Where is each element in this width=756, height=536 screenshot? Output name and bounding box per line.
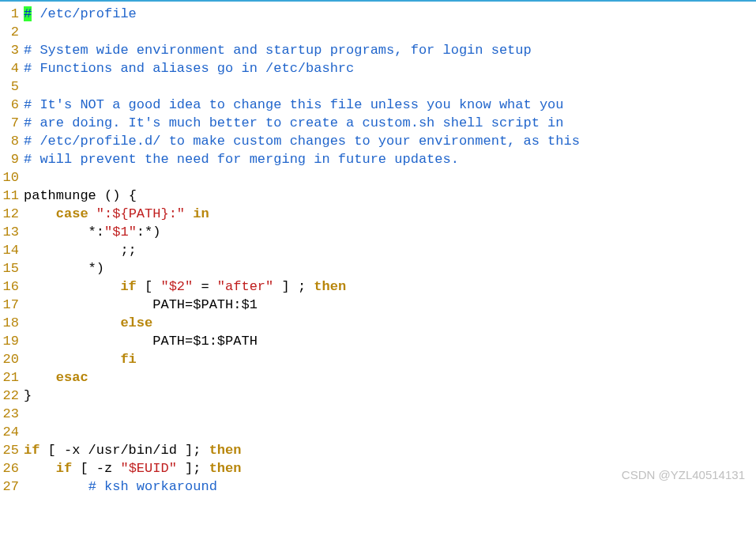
comment: /etc/profile (32, 6, 137, 21)
keyword-else: else (120, 315, 152, 330)
code-line[interactable]: PATH=$1:$PATH (24, 332, 580, 350)
indent (24, 279, 120, 294)
line-number: 9 (0, 150, 19, 168)
line-number: 12 (0, 205, 19, 223)
comment: # /etc/profile.d/ to make custom changes… (24, 134, 580, 149)
code-text: [ -z (72, 461, 120, 476)
code-line[interactable]: *:"$1":*) (24, 223, 580, 241)
line-number: 4 (0, 59, 19, 77)
code-line[interactable] (24, 423, 580, 441)
code-text: :*) (137, 225, 161, 240)
line-number: 14 (0, 241, 19, 259)
string: "$2" (160, 279, 193, 294)
code-line[interactable]: if [ "$2" = "after" ] ; then (24, 277, 580, 296)
line-number: 20 (0, 350, 19, 368)
code-line[interactable]: *) (24, 259, 580, 277)
indent (24, 315, 120, 330)
code-text: ] ; (273, 279, 314, 294)
code-line[interactable]: # will prevent the need for merging in f… (24, 150, 580, 168)
comment: # Functions and aliases go in /etc/bashr… (24, 61, 354, 76)
code-line[interactable]: if [ -z "$EUID" ]; then (24, 459, 580, 477)
line-number: 18 (0, 314, 19, 332)
keyword-then: then (209, 443, 242, 458)
string: "after" (217, 279, 273, 294)
code-line[interactable] (24, 168, 580, 187)
keyword-then: then (209, 461, 242, 476)
line-number: 15 (0, 259, 19, 277)
comment: # System wide environment and startup pr… (24, 43, 532, 58)
comment: # It's NOT a good idea to change this fi… (24, 97, 564, 112)
code-line[interactable]: if [ -x /usr/bin/id ]; then (24, 441, 580, 459)
code-line[interactable]: case ":${PATH}:" in (24, 205, 580, 223)
line-number: 19 (0, 332, 19, 350)
line-number: 2 (0, 23, 19, 41)
line-number: 21 (0, 368, 19, 387)
code-area[interactable]: # /etc/profile # System wide environment… (19, 5, 580, 496)
indent (24, 334, 152, 349)
code-text: =$1:$PATH (185, 334, 258, 349)
keyword-in: in (193, 206, 209, 221)
line-number: 27 (0, 477, 19, 496)
line-number: 7 (0, 114, 19, 132)
line-number: 11 (0, 187, 19, 205)
code-line[interactable]: } (24, 387, 580, 405)
code-text: *) (24, 261, 104, 276)
line-number: 5 (0, 77, 19, 96)
function-name: pathmunge (24, 188, 96, 203)
line-number: 8 (0, 132, 19, 150)
code-text: =$PATH:$1 (185, 297, 258, 312)
keyword-if: if (24, 443, 39, 458)
code-text (185, 206, 193, 221)
variable: PATH (152, 334, 185, 349)
variable: PATH (152, 297, 185, 312)
line-number: 26 (0, 459, 19, 477)
comment: # are doing. It's much better to create … (24, 115, 564, 130)
line-number: 22 (0, 387, 19, 405)
code-line[interactable] (24, 23, 580, 41)
code-text: *: (24, 225, 104, 240)
indent (24, 461, 56, 476)
keyword-case: case (56, 206, 88, 221)
line-number: 17 (0, 296, 19, 314)
keyword-then: then (314, 279, 346, 294)
code-line[interactable]: PATH=$PATH:$1 (24, 296, 580, 314)
line-number: 13 (0, 223, 19, 241)
code-text: = (193, 279, 217, 294)
code-text: [ -x /usr/bin/id ]; (39, 443, 209, 458)
code-line[interactable]: # /etc/profile.d/ to make custom changes… (24, 132, 580, 150)
indent (24, 352, 120, 367)
line-number-gutter: 1 2 3 4 5 6 7 8 9 10 11 12 13 14 15 16 1… (0, 5, 19, 496)
code-text: ]; (177, 461, 209, 476)
code-line[interactable]: pathmunge () { (24, 187, 580, 205)
code-editor[interactable]: 1 2 3 4 5 6 7 8 9 10 11 12 13 14 15 16 1… (0, 2, 756, 496)
code-line[interactable]: # It's NOT a good idea to change this fi… (24, 96, 580, 114)
string: ":${PATH}:" (96, 206, 185, 221)
line-number: 1 (0, 5, 19, 23)
cursor: # (24, 6, 32, 21)
code-text: ;; (24, 243, 137, 258)
keyword-esac: esac (56, 370, 88, 385)
code-text (88, 206, 96, 221)
indent (24, 297, 152, 312)
code-line[interactable]: # ksh workaround (24, 477, 580, 496)
code-line[interactable]: # System wide environment and startup pr… (24, 41, 580, 59)
code-line[interactable]: # Functions and aliases go in /etc/bashr… (24, 59, 580, 77)
code-line[interactable]: # are doing. It's much better to create … (24, 114, 580, 132)
code-text: [ (137, 279, 161, 294)
comment: # will prevent the need for merging in f… (24, 152, 459, 167)
code-line[interactable]: else (24, 314, 580, 332)
code-line[interactable]: # /etc/profile (24, 5, 580, 23)
string: "$EUID" (120, 461, 176, 476)
code-line[interactable] (24, 405, 580, 423)
line-number: 24 (0, 423, 19, 441)
line-number: 6 (0, 96, 19, 114)
string: "$1" (104, 225, 137, 240)
code-line[interactable]: fi (24, 350, 580, 368)
comment: # ksh workaround (88, 479, 217, 494)
code-line[interactable] (24, 77, 580, 96)
line-number: 25 (0, 441, 19, 459)
line-number: 10 (0, 168, 19, 187)
code-line[interactable]: esac (24, 368, 580, 387)
line-number: 16 (0, 277, 19, 296)
code-line[interactable]: ;; (24, 241, 580, 259)
